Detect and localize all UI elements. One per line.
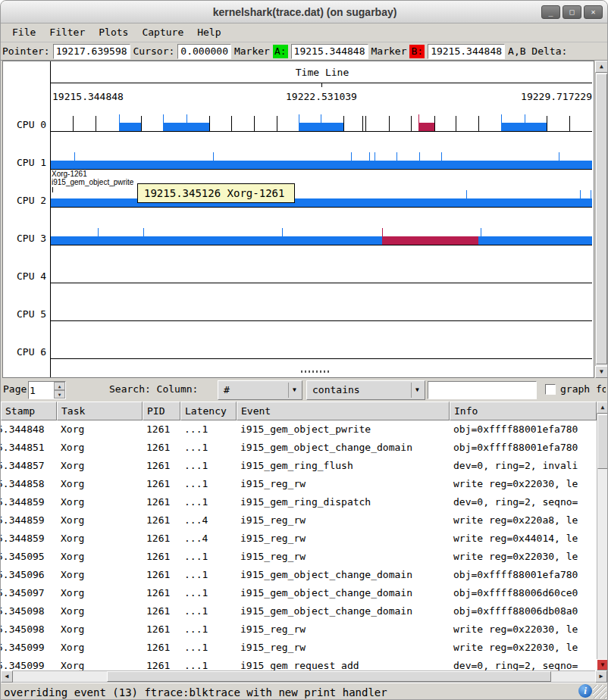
scroll-left-icon[interactable]: ◀: [1, 670, 13, 683]
scrollbar-thumb[interactable]: [597, 414, 608, 469]
cell-stamp: 5.344857: [1, 457, 57, 475]
scroll-down-icon[interactable]: ▼: [597, 659, 608, 670]
menu-item-file[interactable]: File: [5, 23, 42, 42]
event-tick: [525, 114, 525, 131]
match-select[interactable]: contains ▼: [306, 380, 425, 400]
table-row[interactable]: 5.345095Xorg1261...1i915_reg_rwwrite reg…: [1, 548, 597, 566]
menu-item-plots[interactable]: Plots: [92, 23, 135, 42]
cell-event: i915_gem_request_add: [237, 657, 450, 670]
column-select[interactable]: # ▼: [218, 380, 302, 400]
scroll-up-icon[interactable]: ▲: [597, 402, 608, 414]
event-tick: [411, 116, 412, 131]
column-header-pid[interactable]: PID: [143, 402, 180, 420]
column-select-value: #: [224, 384, 230, 395]
cell-event: i915_reg_rw: [237, 620, 450, 639]
menu-item-help[interactable]: Help: [190, 23, 227, 42]
graph-vertical-scrollbar[interactable]: ▲ ▼: [595, 61, 608, 378]
event-tick: [351, 152, 352, 169]
title-bar[interactable]: kernelshark(trace.dat) (on sugarbay) _ □…: [1, 1, 608, 23]
table-vertical-scrollbar[interactable]: ▲ ▼: [597, 402, 608, 670]
column-header-stamp[interactable]: Stamp: [1, 402, 57, 420]
scrollbar-thumb[interactable]: [596, 73, 607, 364]
event-tick: [213, 152, 214, 169]
cpu-label: CPU 4: [17, 270, 50, 283]
cell-info: obj=0xffff88001efa780: [450, 439, 597, 457]
column-header-latency[interactable]: Latency: [180, 402, 237, 420]
info-icon[interactable]: i: [578, 684, 592, 698]
table-row[interactable]: 5.344858Xorg1261...1i915_reg_rwwrite reg…: [1, 475, 597, 493]
scrollbar-thumb[interactable]: [107, 671, 551, 682]
page-spinbox[interactable]: ▲ ▼: [28, 381, 66, 399]
cpu-activity-bar[interactable]: [418, 123, 434, 131]
cell-stamp: 5.345098: [1, 602, 57, 620]
cell-task: Xorg: [57, 566, 143, 584]
table-row[interactable]: 5.345099Xorg1261...1i915_reg_rwwrite reg…: [1, 639, 597, 657]
spin-up-icon[interactable]: ▲: [54, 382, 65, 390]
maximize-button[interactable]: □: [563, 5, 581, 19]
cpu-activity-bar[interactable]: [119, 123, 141, 131]
table-row[interactable]: 5.344859Xorg1261...4i915_reg_rwwrite reg…: [1, 511, 597, 530]
event-tick: [74, 152, 75, 169]
cpu-activity-bar[interactable]: [51, 236, 592, 245]
page-input[interactable]: [30, 383, 54, 398]
cell-task: Xorg: [57, 530, 143, 548]
scroll-right-icon[interactable]: ▶: [595, 670, 607, 683]
table-horizontal-scrollbar[interactable]: ◀ ▶: [1, 670, 608, 683]
close-button[interactable]: ✕: [584, 5, 603, 19]
marker-a-tick: [52, 187, 53, 192]
column-header-info[interactable]: Info: [450, 402, 597, 420]
cell-info: write reg=0x22030, le: [450, 475, 597, 493]
scroll-down-icon[interactable]: ▼: [595, 366, 608, 378]
event-tick: [501, 114, 502, 131]
table-row[interactable]: 5.344859Xorg1261...4i915_reg_rwwrite reg…: [1, 530, 597, 548]
scroll-up-icon[interactable]: ▲: [595, 61, 608, 73]
splitter-handle[interactable]: [301, 370, 331, 373]
table-row[interactable]: 5.345098Xorg1261...1i915_reg_rwwrite reg…: [1, 620, 597, 639]
cpu-label: CPU 1: [17, 157, 50, 169]
marker-a-badge: A:: [273, 45, 288, 58]
table-row[interactable]: 5.344857Xorg1261...1i915_gem_ring_flushd…: [1, 457, 597, 475]
graph-follows-checkbox[interactable]: [545, 384, 556, 395]
event-tick: [73, 116, 74, 131]
cpu-label: CPU 0: [17, 119, 50, 131]
table-row[interactable]: 5.345096Xorg1261...1i915_gem_object_chan…: [1, 566, 597, 584]
event-tick: [119, 114, 120, 131]
table-row[interactable]: 5.344851Xorg1261...1i915_gem_object_chan…: [1, 439, 597, 457]
chevron-down-icon[interactable]: ▼: [411, 383, 423, 398]
search-row: Page ▲ ▼ Search: Column: # ▼ contains ▼ …: [1, 378, 608, 402]
cell-task: Xorg: [57, 584, 143, 602]
timeline-plot[interactable]: Time Line 19215.344848 19222.531039 1922…: [51, 61, 594, 377]
cpu-label: CPU 6: [17, 346, 50, 358]
search-input[interactable]: [428, 381, 537, 399]
menu-item-capture[interactable]: Capture: [135, 23, 190, 42]
resize-grip-icon[interactable]: [593, 685, 606, 698]
cpu-activity-bar[interactable]: [501, 123, 547, 131]
cpu-activity-bar[interactable]: [51, 161, 592, 169]
chevron-down-icon[interactable]: ▼: [288, 383, 300, 398]
table-row[interactable]: 5.345098Xorg1261...1i915_gem_object_chan…: [1, 602, 597, 620]
minimize-button[interactable]: _: [541, 5, 560, 19]
cpu-activity-bar[interactable]: [299, 123, 344, 131]
cell-info: write reg=0x22030, le: [450, 548, 597, 566]
cell-event: i915_gem_object_pwrite: [237, 420, 450, 439]
cell-event: i915_gem_object_change_domain: [237, 566, 450, 584]
column-header-event[interactable]: Event: [237, 402, 450, 420]
cell-stamp: 5.345097: [1, 584, 57, 602]
cpu-activity-bar[interactable]: [51, 198, 592, 207]
page-label: Page: [3, 383, 27, 395]
cell-latency: ...1: [180, 584, 237, 602]
cpu-activity-bar[interactable]: [382, 236, 478, 245]
table-row[interactable]: 5.344848Xorg1261...1i915_gem_object_pwri…: [1, 420, 597, 439]
spin-down-icon[interactable]: ▼: [54, 390, 65, 398]
cell-stamp: 5.344851: [1, 439, 57, 457]
cell-latency: ...1: [180, 420, 237, 439]
table-row[interactable]: 5.345097Xorg1261...1i915_gem_object_chan…: [1, 584, 597, 602]
column-header-task[interactable]: Task: [57, 402, 143, 420]
marker-a-label: Marker: [234, 45, 270, 57]
cell-latency: ...1: [180, 639, 237, 657]
table-row[interactable]: 5.345099Xorg1261...1i915_gem_request_add…: [1, 657, 597, 670]
table-row[interactable]: 5.344859Xorg1261...1i915_gem_ring_dispat…: [1, 493, 597, 511]
event-tick: [389, 116, 390, 131]
menu-item-filter[interactable]: Filter: [42, 23, 92, 42]
event-tick: [419, 152, 420, 169]
